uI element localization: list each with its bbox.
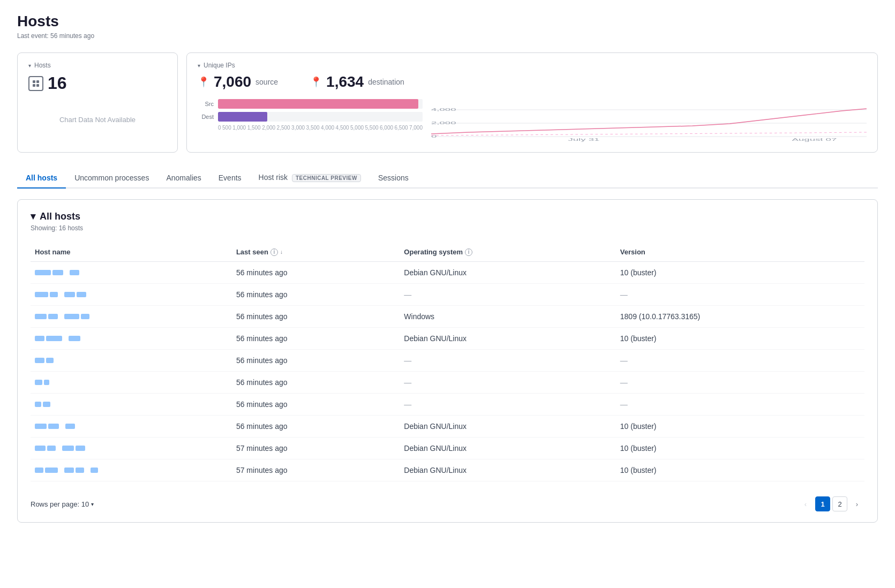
tab-host-risk[interactable]: Host risk TECHNICAL PREVIEW [250, 168, 370, 189]
os-cell: Debian GNU/Linux [400, 328, 615, 350]
table-row: 56 minutes agoDebian GNU/Linux10 (buster… [31, 416, 864, 438]
page-title: Hosts [17, 13, 878, 30]
hosts-value-row: 16 [28, 73, 167, 93]
sort-desc-icon[interactable]: ↓ [280, 249, 283, 255]
host-name-cell[interactable] [31, 284, 232, 306]
os-cell: — [400, 350, 615, 372]
version-cell: — [616, 394, 864, 416]
rows-per-page-chevron-icon: ▾ [91, 501, 94, 507]
showing-count: Showing: 16 hosts [31, 224, 864, 232]
host-name-text[interactable] [35, 424, 75, 429]
tab-uncommon-processes[interactable]: Uncommon processes [66, 168, 157, 189]
tabs-row: All hosts Uncommon processes Anomalies E… [17, 168, 878, 189]
version-cell: 10 (buster) [616, 262, 864, 284]
version-cell: — [616, 350, 864, 372]
host-name-text[interactable] [35, 314, 89, 319]
host-name-cell[interactable] [31, 394, 232, 416]
bar-dest-row: Dest [198, 112, 423, 122]
svg-text:4,000: 4,000 [431, 107, 456, 112]
os-cell: — [400, 372, 615, 394]
ips-stats-header: 📍 7,060 source 📍 1,634 destination [198, 73, 867, 91]
col-last-seen[interactable]: Last seen i ↓ [232, 243, 400, 262]
chart-no-data-text: Chart Data Not Available [28, 100, 167, 129]
last-seen-cell: 56 minutes ago [232, 372, 400, 394]
version-cell: 10 (buster) [616, 459, 864, 481]
last-seen-cell: 56 minutes ago [232, 394, 400, 416]
host-name-text[interactable] [35, 292, 86, 297]
source-ip-label: source [255, 78, 278, 86]
host-name-cell[interactable] [31, 416, 232, 438]
tab-sessions[interactable]: Sessions [370, 168, 417, 189]
col-version: Version [616, 243, 864, 262]
table-row: 56 minutes ago—— [31, 350, 864, 372]
stats-row: ▾ Hosts 16 Chart Data Not Available ▾ Un… [17, 52, 878, 153]
table-row: 56 minutes ago—— [31, 372, 864, 394]
last-seen-info-icon: i [270, 248, 278, 256]
host-name-cell[interactable] [31, 262, 232, 284]
chevron-down-icon-ips: ▾ [198, 63, 200, 69]
table-row: 56 minutes agoDebian GNU/Linux10 (buster… [31, 328, 864, 350]
bar-src-label: Src [198, 101, 214, 107]
host-name-text[interactable] [35, 358, 54, 363]
host-name-text[interactable] [35, 270, 79, 275]
page-controls: ‹ 1 2 › [798, 496, 864, 511]
hosts-card-label: Hosts [34, 62, 51, 69]
tab-all-hosts[interactable]: All hosts [17, 168, 66, 189]
hosts-table: Host name Last seen i ↓ Operating system… [31, 243, 864, 481]
rows-per-page-selector[interactable]: Rows per page: 10 ▾ [31, 500, 94, 508]
chevron-down-icon-all-hosts: ▾ [31, 210, 35, 222]
hosts-count: 16 [48, 73, 67, 93]
os-cell: Debian GNU/Linux [400, 459, 615, 481]
host-name-cell[interactable] [31, 328, 232, 350]
last-seen-cell: 56 minutes ago [232, 328, 400, 350]
host-name-cell[interactable] [31, 350, 232, 372]
version-cell: — [616, 372, 864, 394]
hosts-stat-card: ▾ Hosts 16 Chart Data Not Available [17, 52, 178, 153]
dest-ip-value: 1,634 [326, 73, 364, 91]
table-row: 56 minutes agoWindows1809 (10.0.17763.31… [31, 306, 864, 328]
last-seen-cell: 56 minutes ago [232, 284, 400, 306]
dest-ip-stat: 📍 1,634 destination [310, 73, 404, 91]
table-row: 56 minutes ago—— [31, 284, 864, 306]
all-hosts-title: All hosts [40, 211, 80, 222]
prev-page-button[interactable]: ‹ [798, 496, 813, 511]
hosts-grid-icon [28, 76, 43, 91]
os-cell: — [400, 394, 615, 416]
tab-events[interactable]: Events [210, 168, 250, 189]
os-info-icon: i [465, 248, 472, 256]
col-operating-system: Operating system i [400, 243, 615, 262]
bar-src-track [218, 99, 423, 109]
host-name-text[interactable] [35, 336, 80, 341]
next-page-button[interactable]: › [849, 496, 864, 511]
table-header-row: Host name Last seen i ↓ Operating system… [31, 243, 864, 262]
technical-preview-badge: TECHNICAL PREVIEW [292, 174, 361, 182]
source-ip-stat: 📍 7,060 source [198, 73, 278, 91]
host-name-text[interactable] [35, 380, 49, 385]
host-name-cell[interactable] [31, 306, 232, 328]
host-name-text[interactable] [35, 446, 85, 451]
last-seen-cell: 56 minutes ago [232, 350, 400, 372]
line-chart-svg: 0 2,000 4,000 July 31 August 07 [431, 99, 867, 142]
page-1-button[interactable]: 1 [815, 496, 830, 511]
page-2-button[interactable]: 2 [832, 496, 847, 511]
host-name-cell[interactable] [31, 372, 232, 394]
host-name-cell[interactable] [31, 438, 232, 459]
unique-ips-label: Unique IPs [204, 62, 235, 69]
host-name-text[interactable] [35, 402, 50, 407]
version-cell: 1809 (10.0.17763.3165) [616, 306, 864, 328]
last-seen-cell: 56 minutes ago [232, 416, 400, 438]
host-name-text[interactable] [35, 468, 98, 473]
os-cell: Debian GNU/Linux [400, 416, 615, 438]
host-name-cell[interactable] [31, 459, 232, 481]
os-cell: Windows [400, 306, 615, 328]
bar-src-row: Src [198, 99, 423, 109]
tab-anomalies[interactable]: Anomalies [157, 168, 209, 189]
os-cell: Debian GNU/Linux [400, 438, 615, 459]
version-cell: 10 (buster) [616, 416, 864, 438]
last-seen-cell: 56 minutes ago [232, 306, 400, 328]
svg-text:August 07: August 07 [792, 137, 837, 142]
version-cell: 10 (buster) [616, 328, 864, 350]
all-hosts-card: ▾ All hosts Showing: 16 hosts Host name … [17, 199, 878, 523]
chevron-down-icon: ▾ [28, 63, 31, 69]
last-seen-cell: 57 minutes ago [232, 438, 400, 459]
